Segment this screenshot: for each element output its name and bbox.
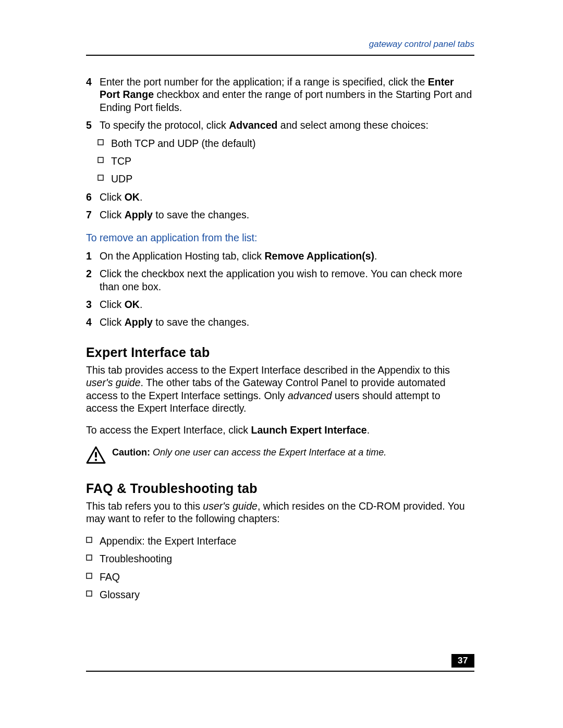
faq-item-text: Glossary	[100, 588, 474, 601]
caution-block: Caution: Only one user can access the Ex…	[86, 446, 474, 465]
sub-item: TCP	[86, 155, 474, 167]
footer-rule	[86, 671, 474, 672]
numbered-step: 5To specify the protocol, click Advanced…	[86, 119, 474, 131]
running-header: gateway control panel tabs	[86, 39, 474, 53]
sub-item-text: Both TCP and UDP (the default)	[111, 137, 474, 150]
expert-heading: Expert Interface tab	[86, 344, 474, 361]
square-bullet-icon	[86, 571, 100, 583]
step-number: 3	[86, 298, 100, 311]
page-footer: 37	[86, 671, 474, 675]
square-bullet-icon	[97, 155, 111, 167]
step-body: On the Application Hosting tab, click Re…	[100, 250, 474, 262]
page-number: 37	[451, 654, 474, 668]
expert-para-2: To access the Expert Interface, click La…	[86, 424, 474, 436]
step-body: Click OK.	[100, 191, 474, 203]
steps-top: 4Enter the port number for the applicati…	[86, 76, 474, 221]
step-number: 4	[86, 76, 100, 114]
square-bullet-icon	[86, 552, 100, 565]
caution-label: Caution:	[112, 447, 150, 458]
numbered-step: 2Click the checkbox next the application…	[86, 267, 474, 293]
running-head-text: gateway control panel tabs	[369, 39, 474, 50]
faq-item-text: FAQ	[100, 571, 474, 583]
faq-item: Troubleshooting	[86, 552, 474, 565]
step-body: To specify the protocol, click Advanced …	[100, 119, 474, 131]
svg-rect-0	[98, 140, 103, 145]
sub-item-text: UDP	[111, 172, 474, 185]
step-number: 2	[86, 267, 100, 293]
step-number: 4	[86, 316, 100, 328]
svg-rect-6	[87, 537, 92, 542]
square-bullet-icon	[97, 172, 111, 185]
square-bullet-icon	[97, 137, 111, 150]
step-number: 6	[86, 191, 100, 203]
steps-remove: 1On the Application Hosting tab, click R…	[86, 250, 474, 329]
step-number: 5	[86, 119, 100, 131]
numbered-step: 4Enter the port number for the applicati…	[86, 76, 474, 114]
remove-subheading: To remove an application from the list:	[86, 231, 474, 244]
faq-item-text: Appendix: the Expert Interface	[100, 535, 474, 547]
step-body: Click OK.	[100, 298, 474, 311]
sub-item: UDP	[86, 172, 474, 185]
step-body: Click Apply to save the changes.	[100, 208, 474, 221]
svg-rect-8	[87, 573, 92, 578]
faq-item: Appendix: the Expert Interface	[86, 535, 474, 547]
caution-icon	[86, 446, 106, 465]
step-number: 1	[86, 250, 100, 262]
sub-item-text: TCP	[111, 155, 474, 167]
faq-item: Glossary	[86, 588, 474, 601]
faq-item: FAQ	[86, 571, 474, 583]
numbered-step: 4Click Apply to save the changes.	[86, 316, 474, 328]
caution-body: Only one user can access the Expert Inte…	[150, 447, 386, 458]
header-rule	[86, 55, 474, 56]
numbered-step: 6Click OK.	[86, 191, 474, 203]
svg-rect-4	[95, 452, 97, 457]
svg-rect-1	[98, 157, 103, 163]
sub-list: Both TCP and UDP (the default)TCPUDP	[86, 137, 474, 186]
svg-rect-2	[98, 175, 103, 180]
faq-item-text: Troubleshooting	[100, 552, 474, 565]
svg-rect-5	[95, 459, 97, 461]
faq-heading: FAQ & Troubleshooting tab	[86, 480, 474, 497]
expert-para-1: This tab provides access to the Expert I…	[86, 364, 474, 415]
square-bullet-icon	[86, 588, 100, 601]
numbered-step: 3Click OK.	[86, 298, 474, 311]
square-bullet-icon	[86, 535, 100, 547]
faq-list: Appendix: the Expert InterfaceTroublesho…	[86, 535, 474, 601]
step-body: Enter the port number for the applicatio…	[100, 76, 474, 114]
numbered-step: 1On the Application Hosting tab, click R…	[86, 250, 474, 262]
numbered-step: 7Click Apply to save the changes.	[86, 208, 474, 221]
caution-text: Caution: Only one user can access the Ex…	[112, 446, 386, 459]
svg-rect-7	[87, 555, 92, 560]
page-content: gateway control panel tabs 4Enter the po…	[86, 39, 474, 606]
sub-item: Both TCP and UDP (the default)	[86, 137, 474, 150]
step-body: Click Apply to save the changes.	[100, 316, 474, 328]
faq-para: This tab refers you to this user's guide…	[86, 500, 474, 525]
step-number: 7	[86, 208, 100, 221]
step-body: Click the checkbox next the application …	[100, 267, 474, 293]
svg-rect-9	[87, 591, 92, 596]
body-content: 4Enter the port number for the applicati…	[86, 76, 474, 601]
